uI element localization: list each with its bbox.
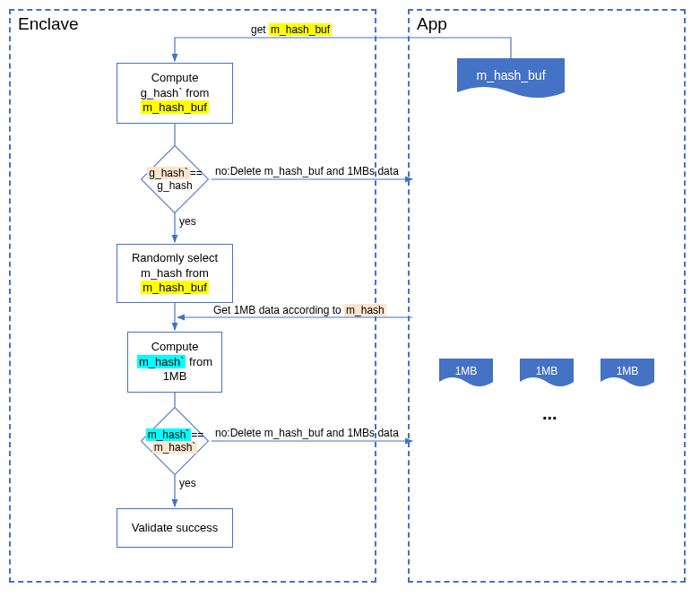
select-m-hash-box: Randomly select m_hash from m_hash_buf [117, 244, 233, 303]
block-1-text: 1MB [455, 365, 478, 377]
diagram-canvas: Enclave App get m_hash_buf [9, 9, 691, 588]
enclave-title: Enclave [18, 14, 79, 34]
block-2: 1MB [520, 359, 574, 391]
hash-buf-doc: m_hash_buf [457, 58, 565, 103]
d2-yes-label: yes [179, 477, 196, 489]
select-hl: m_hash_buf [141, 281, 209, 294]
block-3: 1MB [601, 359, 654, 391]
compute-g-l1: Compute [151, 71, 199, 86]
get-label: get m_hash_buf [251, 23, 332, 36]
app-title: App [417, 14, 447, 34]
hash-buf-doc-text: m_hash_buf [476, 68, 545, 82]
select-l2: m_hash from [141, 266, 209, 281]
d2-mid-right: m_hash` [152, 441, 198, 454]
validate-success-box: Validate success [117, 508, 233, 548]
compute-m-l2: from [189, 355, 212, 368]
ellipsis: ... [542, 403, 557, 424]
block-2-text: 1MB [536, 365, 558, 377]
get-prefix: get [251, 23, 266, 36]
compute-m-l1: Compute [151, 340, 199, 355]
decision-g-hash: g_hash`== g_hash [151, 155, 199, 203]
compute-g-hl: m_hash_buf [141, 100, 209, 114]
select-l1: Randomly select [132, 251, 218, 266]
compute-m-l3: 1MB [163, 369, 187, 385]
compute-m-hl: m_hash` [137, 355, 186, 368]
get1mb-pre: Get 1MB data according to [213, 304, 341, 316]
compute-m-hash-box: Compute m_hash` from 1MB [127, 332, 222, 393]
d2-mid-left: == [191, 428, 203, 441]
get-target: m_hash_buf [269, 23, 332, 36]
d2-no-label: no:Delete m_hash_buf and 1MBs data [215, 427, 399, 439]
d2-left: m_hash` [146, 428, 192, 441]
get-1mb-label: Get 1MB data according to m_hash [213, 304, 386, 316]
success-text: Validate success [132, 521, 219, 536]
compute-g-hash-box: Compute g_hash` from m_hash_buf [117, 63, 233, 124]
block-3-text: 1MB [617, 365, 639, 377]
decision-m-hash: m_hash`== m_hash` [151, 417, 199, 465]
get1mb-hl: m_hash [344, 304, 386, 316]
d1-left: g_hash` [147, 167, 189, 179]
block-1: 1MB [439, 359, 493, 391]
d1-no-label: no:Delete m_hash_buf and 1MBs data [215, 165, 399, 177]
d1-yes-label: yes [179, 215, 196, 228]
compute-g-l2: g_hash` from [141, 86, 210, 101]
